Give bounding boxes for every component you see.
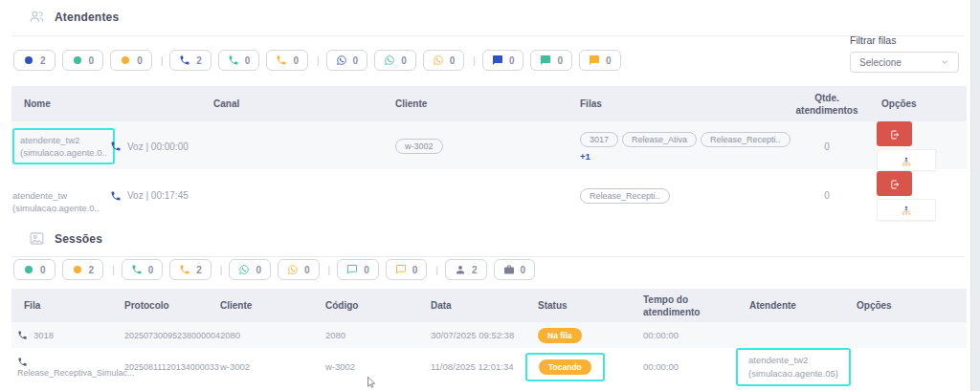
status-dot-icon [23,264,34,275]
attendant-login: (simulacao.agente.05) [748,367,838,380]
counter-badge: 0 [494,259,536,280]
phone-icon [179,264,190,275]
phone-icon [110,190,122,202]
code-cell: w-3002 [313,361,418,372]
phone-icon [179,54,190,66]
code-cell: 2080 [313,330,418,340]
attendance-count: 0 [785,190,869,201]
status-dot-icon [72,264,83,275]
counter-badge: 0 [374,50,416,71]
whatsapp-icon [287,264,299,275]
agent-queues-button[interactable] [877,149,936,171]
status-dot-icon [72,54,83,66]
logout-icon [889,128,901,140]
group-separator: | [328,265,331,275]
col-header-qtde: Qtde. atendimentos [785,92,869,117]
agent-name-cell: atendente_tw (simulacao.agente.0.. [11,177,107,215]
vertical-scrollbar[interactable] [970,0,980,391]
col-header-atendente: Atendente [737,299,844,312]
group-separator: | [220,265,223,275]
counter-value: 0 [606,55,612,66]
counter-value: 2 [196,55,202,66]
counter-badge: 0 [530,50,572,71]
queue-name: 3018 [33,330,54,340]
sessoes-table: Fila Protocolo Cliente Código Data Statu… [11,289,967,384]
counter-badge: 0 [326,50,368,71]
counter-badge: 2 [169,259,212,280]
sessoes-section-header: Sessões [29,230,102,247]
col-header-opcoes: Opções [869,98,967,110]
counter-badge: 2 [445,259,487,280]
counter-value: 0 [509,55,515,66]
highlight-box: atendente_tw2 (simulacao.agente.05) [736,348,851,386]
col-header-opcoes: Opções [844,299,967,312]
sessoes-table-header: Fila Protocolo Cliente Código Data Statu… [11,289,967,322]
counter-value: 0 [353,55,359,66]
counter-value: 0 [256,265,261,275]
counter-value: 2 [40,55,46,66]
agent-login: (simulacao.agente.0.. [12,202,107,214]
counter-badge: 0 [337,259,379,280]
counter-badge: 0 [218,50,260,71]
date-cell: 11/08/2025 12:01:34 [418,361,525,372]
org-chart-icon [901,155,912,166]
col-header-filas: Filas [568,98,785,110]
col-header-nome: Nome [11,98,201,110]
group-separator: | [317,55,320,66]
counter-value: 0 [148,265,154,275]
agent-queues-button[interactable] [877,199,936,221]
col-header-cliente: Cliente [208,299,313,312]
phone-icon [110,141,122,152]
client-cell: w-3002 [367,139,568,154]
queue-cell: 3018 [11,330,112,340]
counter-badge: 0 [278,259,320,280]
counter-badge: 0 [482,50,524,71]
queue-cell: Release_Receptiva_Simulac... [11,357,112,378]
col-header-data: Data [418,299,525,312]
group-separator: | [473,55,476,66]
counter-value: 0 [401,55,407,66]
protocol-cell: 20250730095238000004 [112,331,208,340]
channel-text: Voz | 00:00:00 [127,141,189,152]
counter-badge: 2 [62,259,104,280]
counter-value: 0 [293,55,299,66]
counter-value: 0 [412,265,418,275]
queue-filter-select[interactable]: Selecione [850,52,959,73]
atendentes-table: Nome Canal Cliente Filas Qtde. atendimen… [11,86,967,222]
queue-pill: Release_Recepti.. [701,132,791,147]
counter-badge: 0 [423,50,465,71]
col-header-protocolo: Protocolo [112,299,208,312]
logout-icon [889,178,901,189]
sessions-icon [29,230,45,247]
counter-badge: 0 [386,259,428,280]
counter-badge: 2 [169,50,212,71]
whatsapp-icon [433,54,444,66]
attendance-count: 0 [785,141,869,152]
phone-icon [17,330,28,340]
counter-value: 0 [89,55,95,66]
logout-agent-button[interactable] [877,171,912,196]
queue-filter-label: Filtrar filas [850,34,959,46]
channel-cell: Voz | 00:17:45 [107,190,367,202]
status-dot-icon [23,54,34,66]
session-row: 3018 20250730095238000004 2080 2080 30/0… [11,322,967,348]
logout-agent-button[interactable] [877,121,912,146]
agent-name-block: atendente_tw (simulacao.agente.0.. [12,178,107,215]
client-cell: w-3002 [208,361,313,372]
queue-pill: Release_Recepti.. [580,188,670,204]
briefcase-icon [503,264,515,275]
handling-time-cell: 00:00:00 [631,361,737,372]
org-chart-icon [901,204,912,215]
status-cell: Na fila [525,328,631,343]
more-queues-link[interactable]: +1 [580,151,590,162]
counter-value: 0 [557,55,563,66]
handling-time-cell: 00:00:00 [631,330,737,340]
client-cell: 2080 [208,330,313,340]
agent-icon [455,264,466,275]
queue-filter: Filtrar filas Selecione [850,34,959,73]
counter-value: 2 [89,265,95,275]
attendants-icon [29,9,45,25]
chat-icon [540,54,551,66]
chat-icon [589,54,600,66]
session-row: Release_Receptiva_Simulac... 20250811120… [11,348,967,384]
